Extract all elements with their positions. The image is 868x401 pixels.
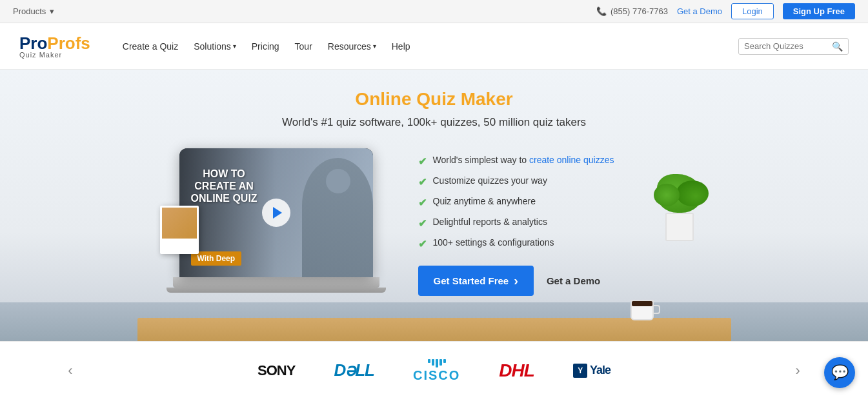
brand-logos-bar: ‹ SONY DǝLL CISCO DHL Y Yale ›: [0, 341, 868, 399]
check-icon-4: ✔: [418, 217, 427, 230]
person-head: [326, 169, 350, 193]
nav-pricing[interactable]: Pricing: [252, 41, 279, 52]
hero-buttons: Get Started Free Get a Demo: [418, 266, 625, 296]
cisco-dot: [432, 359, 434, 366]
feature-3: ✔ Quiz anytime & anywhere: [418, 196, 625, 209]
logo-subtitle: Quiz Maker: [19, 51, 62, 59]
top-bar: Products ▾ 📞 (855) 776-7763 Get a Demo L…: [0, 0, 868, 23]
cisco-dot: [443, 359, 446, 363]
cisco-dot: [428, 359, 430, 363]
nav-help[interactable]: Help: [392, 41, 410, 52]
hero-section: Online Quiz Maker World's #1 quiz softwa…: [0, 70, 868, 341]
brand-logos: SONY DǝLL CISCO DHL Y Yale: [79, 359, 789, 382]
check-icon-1: ✔: [418, 155, 427, 168]
laptop-bottom: [167, 288, 386, 293]
nav-links: Create a Quiz Solutions ▾ Pricing Tour R…: [123, 41, 719, 52]
products-caret: ▾: [50, 6, 54, 16]
brand-dell: DǝLL: [334, 360, 374, 380]
main-nav: ProProfs Quiz Maker Create a Quiz Soluti…: [0, 23, 868, 70]
check-icon-5: ✔: [418, 238, 427, 250]
chat-button[interactable]: 💬: [824, 357, 855, 388]
signup-button[interactable]: Sign Up Free: [783, 3, 855, 19]
nav-resources[interactable]: Resources ▾: [328, 41, 376, 52]
login-button[interactable]: Login: [731, 3, 774, 19]
products-label: Products: [13, 6, 46, 16]
photo-mat: [162, 239, 197, 252]
create-quizzes-link[interactable]: create online quizzes: [529, 155, 614, 165]
photo-dog: [162, 208, 197, 239]
check-icon-3: ✔: [418, 197, 427, 209]
photo-frame: [160, 206, 199, 254]
cisco-dot: [436, 359, 438, 367]
brand-yale: Y Yale: [573, 364, 611, 378]
phone-icon: 📞: [596, 6, 607, 16]
search-box[interactable]: 🔍: [738, 38, 849, 55]
feature-4: ✔ Delightful reports & analytics: [418, 217, 625, 230]
check-icon-2: ✔: [418, 176, 427, 188]
laptop-screen: HOW TO CREATE AN ONLINE QUIZ With Deep: [179, 148, 373, 277]
screen-video-text: HOW TO CREATE AN ONLINE QUIZ: [191, 168, 257, 205]
resources-caret: ▾: [373, 43, 376, 50]
coffee-cup: [631, 300, 654, 320]
desk-bg: [0, 302, 868, 341]
feature-1: ✔ World's simplest way to create online …: [418, 155, 625, 168]
laptop-video: HOW TO CREATE AN ONLINE QUIZ With Deep: [167, 148, 386, 293]
brand-cisco: CISCO: [413, 359, 460, 382]
coffee-surface: [632, 301, 652, 306]
hero-subtitle: World's #1 quiz software, 100k+ quizzes,…: [0, 116, 868, 129]
hero-title: Online Quiz Maker: [0, 89, 868, 110]
get-demo-hero-link[interactable]: Get a Demo: [547, 275, 600, 286]
brand-dhl: DHL: [499, 360, 534, 381]
nav-tour[interactable]: Tour: [295, 41, 312, 52]
nav-solutions[interactable]: Solutions ▾: [194, 41, 236, 52]
laptop-base: [173, 277, 379, 288]
plant-pot: [665, 213, 694, 241]
plant-leaves-2: [676, 181, 709, 206]
yale-shield: Y: [573, 364, 587, 378]
play-button[interactable]: [262, 199, 290, 227]
search-icon: 🔍: [832, 41, 843, 52]
brand-sony: SONY: [257, 362, 295, 379]
plant-decoration: [657, 174, 702, 241]
plant-leaves: [657, 174, 702, 213]
brands-next-button[interactable]: ›: [789, 362, 807, 379]
desk-surface: [137, 318, 731, 341]
logo[interactable]: ProProfs Quiz Maker: [19, 34, 90, 59]
feature-5: ✔ 100+ settings & configurations: [418, 237, 625, 250]
hero-content: HOW TO CREATE AN ONLINE QUIZ With Deep: [0, 148, 868, 296]
top-bar-right: 📞 (855) 776-7763 Get a Demo Login Sign U…: [596, 3, 855, 19]
products-menu[interactable]: Products ▾: [13, 6, 54, 16]
phone-number: 📞 (855) 776-7763: [596, 6, 668, 16]
cup-handle: [652, 305, 660, 314]
coffee-cup-area: [631, 300, 654, 320]
cisco-dot: [439, 359, 442, 366]
laptop-screen-frame: HOW TO CREATE AN ONLINE QUIZ With Deep: [179, 148, 373, 277]
get-demo-link[interactable]: Get a Demo: [677, 6, 722, 16]
brands-prev-button[interactable]: ‹: [61, 362, 79, 379]
chat-icon: 💬: [831, 364, 849, 381]
get-started-button[interactable]: Get Started Free: [418, 266, 534, 296]
search-input[interactable]: [744, 41, 828, 51]
feature-2: ✔ Customize quizzes your way: [418, 175, 625, 188]
hero-features: ✔ World's simplest way to create online …: [418, 148, 625, 296]
plant-leaves-3: [654, 184, 680, 206]
nav-create-quiz[interactable]: Create a Quiz: [123, 41, 178, 52]
solutions-caret: ▾: [233, 43, 236, 50]
